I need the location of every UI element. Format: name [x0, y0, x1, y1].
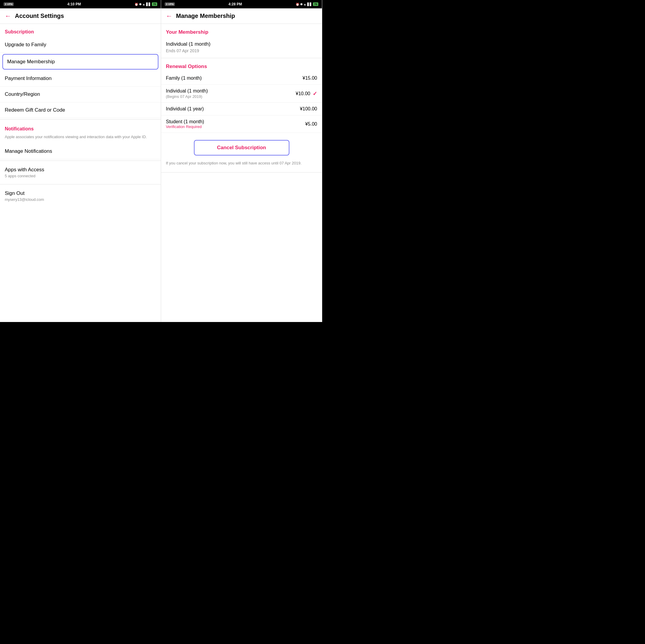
manage-membership-content: Your Membership Individual (1 month) End… — [161, 24, 322, 322]
wifi-icon: ▲ — [142, 3, 145, 6]
renewal-options-header: Renewal Options — [161, 58, 322, 72]
status-bar-right-icons: ⏰ ✱ ▲ ▋▋ 70 — [296, 2, 318, 6]
account-settings-content: Subscription Upgrade to Family Manage Me… — [0, 24, 161, 322]
cancel-info-text: If you cancel your subscription now, you… — [161, 160, 322, 171]
time-display-right: 4:28 PM — [229, 2, 242, 6]
wifi-icon-right: ▲ — [303, 3, 306, 6]
cancel-subscription-button[interactable]: Cancel Subscription — [194, 140, 289, 155]
bluetooth-icon-right: ✱ — [300, 3, 302, 6]
plan-label-individual-1year: Individual (1 year) — [166, 106, 204, 112]
status-bar-left: 3 VPN 4:10 PM ⏰ ✱ ▲ ▋▋ 70 — [0, 0, 161, 8]
plan-row-student-1month[interactable]: Student (1 month) Verification Required … — [161, 116, 322, 133]
battery-badge: 70 — [152, 2, 157, 6]
account-settings-panel: 3 VPN 4:10 PM ⏰ ✱ ▲ ▋▋ 70 ← Account Sett… — [0, 0, 161, 322]
sidebar-item-manage-membership[interactable]: Manage Membership — [2, 54, 159, 69]
page-title: Account Settings — [15, 13, 64, 19]
current-membership-info: Individual (1 month) Ends 07 Apr 2019 — [161, 38, 322, 58]
sign-out-email: mysery13@icloud.com — [5, 197, 156, 202]
sidebar-item-upgrade-family[interactable]: Upgrade to Family — [0, 37, 161, 53]
sidebar-item-country-region[interactable]: Country/Region — [0, 87, 161, 102]
plan-row-family-1month[interactable]: Family (1 month) ¥15.00 — [161, 72, 322, 85]
plan-row-individual-1year[interactable]: Individual (1 year) ¥100.00 — [161, 103, 322, 116]
subscription-section-header: Subscription — [0, 24, 161, 37]
manage-membership-panel: 3 VPN 4:28 PM ⏰ ✱ ▲ ▋▋ 70 ← Manage Membe… — [161, 0, 322, 322]
manage-membership-nav: ← Manage Membership — [161, 8, 322, 24]
signal-icon-right: ▋▋ — [307, 3, 312, 6]
plan-price-student-1month: ¥5.00 — [305, 122, 317, 127]
section-divider-3 — [0, 184, 161, 184]
your-membership-header: Your Membership — [161, 24, 322, 38]
sidebar-item-apps-with-access[interactable]: Apps with Access 5 apps connected — [0, 162, 161, 183]
verification-required-label: Verification Required — [166, 125, 204, 129]
battery-badge-right: 70 — [313, 2, 318, 6]
selected-plan-check-icon: ✓ — [313, 91, 317, 97]
alarm-icon-right: ⏰ — [296, 3, 299, 6]
sidebar-item-manage-notifications[interactable]: Manage Notifications — [0, 144, 161, 159]
current-plan-ends: Ends 07 Apr 2019 — [166, 48, 317, 53]
vpn-badge-right: 3 VPN — [165, 2, 175, 6]
plan-row-individual-1month[interactable]: Individual (1 month) (Begins 07 Apr 2019… — [161, 85, 322, 103]
plan-label-individual-1month: Individual (1 month) (Begins 07 Apr 2019… — [166, 88, 208, 99]
back-button[interactable]: ← — [5, 12, 11, 20]
account-settings-nav: ← Account Settings — [0, 8, 161, 24]
cancel-btn-container: Cancel Subscription — [161, 133, 322, 160]
plan-price-individual-1month: ¥10.00 ✓ — [296, 91, 317, 97]
time-display: 4:10 PM — [67, 2, 81, 6]
plan-label-student-1month: Student (1 month) Verification Required — [166, 119, 204, 129]
plan-price-family: ¥15.00 — [302, 75, 317, 81]
notifications-description: Apple associates your notifications view… — [0, 134, 161, 144]
notifications-section-header: Notifications — [0, 121, 161, 134]
back-button-right[interactable]: ← — [166, 12, 173, 20]
bluetooth-icon: ✱ — [139, 3, 142, 6]
sidebar-item-redeem-gift-card[interactable]: Redeem Gift Card or Code — [0, 102, 161, 118]
status-bar-left-items: 3 VPN — [4, 2, 14, 6]
section-divider-1 — [0, 119, 161, 120]
signal-icon: ▋▋ — [146, 3, 151, 6]
status-bar-right-items: ⏰ ✱ ▲ ▋▋ 70 — [135, 2, 157, 6]
apps-subtitle: 5 apps connected — [5, 174, 156, 178]
status-bar-right-left: 3 VPN — [165, 2, 175, 6]
alarm-icon: ⏰ — [135, 3, 138, 6]
plan-price-individual-1year: ¥100.00 — [300, 106, 317, 112]
vpn-badge: 3 VPN — [4, 2, 14, 6]
section-divider-2 — [0, 161, 161, 161]
current-plan-name: Individual (1 month) — [166, 41, 317, 47]
manage-membership-title: Manage Membership — [176, 13, 235, 19]
plan-label-family: Family (1 month) — [166, 75, 202, 81]
sidebar-item-sign-out[interactable]: Sign Out mysery13@icloud.com — [0, 186, 161, 206]
status-bar-right: 3 VPN 4:28 PM ⏰ ✱ ▲ ▋▋ 70 — [161, 0, 322, 8]
sidebar-item-payment-information[interactable]: Payment Information — [0, 71, 161, 87]
